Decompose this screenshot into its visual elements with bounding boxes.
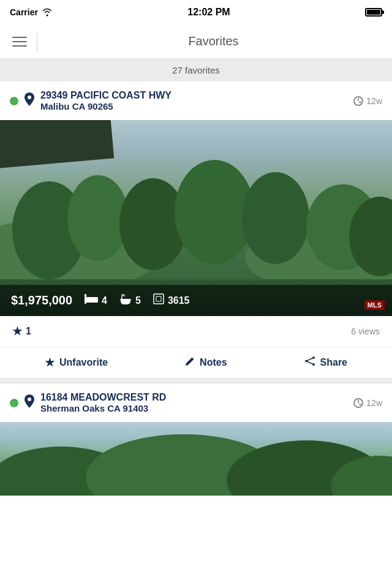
app-header: Favorites: [0, 24, 392, 59]
svg-point-0: [28, 96, 31, 99]
svg-rect-16: [120, 299, 131, 300]
location-pin-icon-2: [24, 394, 34, 411]
favorites-count-label: 27 favorites: [172, 65, 220, 75]
clock-icon-2: [353, 398, 363, 408]
bath-icon: [119, 293, 132, 307]
status-bar: Carrier 12:02 PM: [0, 0, 392, 24]
page-title: Favorites: [47, 34, 380, 48]
listing-price: $1,975,000: [11, 293, 72, 307]
menu-line-3: [12, 45, 27, 47]
status-dot-2: [10, 399, 18, 407]
listing-item-2: 16184 MEADOWCREST RD Sherman Oaks CA 914…: [0, 383, 392, 496]
listing-item: 29349 PACIFIC COAST HWY Malibu CA 90265 …: [0, 81, 392, 383]
views-count: 6 views: [351, 326, 380, 336]
wifi-icon: [42, 8, 53, 17]
action-buttons: ★ Unfavorite Notes Share: [0, 347, 392, 383]
price-overlay: $1,975,000 4: [0, 285, 392, 316]
clock-icon: [353, 96, 363, 106]
status-time: 12:02 PM: [187, 7, 230, 18]
menu-line-1: [12, 37, 27, 38]
trees-svg-2: [0, 434, 392, 496]
bed-icon: [85, 294, 98, 307]
battery-icon: [365, 8, 382, 17]
header-divider: [37, 32, 37, 51]
menu-button[interactable]: [12, 37, 27, 47]
beds-detail: 4: [85, 294, 107, 307]
baths-detail: 5: [119, 293, 141, 307]
share-button[interactable]: Share: [298, 356, 353, 369]
trees-svg: [0, 157, 392, 279]
listing-header-2[interactable]: 16184 MEADOWCREST RD Sherman Oaks CA 914…: [0, 383, 392, 422]
actions-row: ★ 1 6 views: [0, 316, 392, 347]
unfavorite-button[interactable]: ★ Unfavorite: [39, 356, 114, 369]
star-icon: ★: [12, 325, 22, 338]
sqft-count: 3615: [168, 295, 190, 306]
favorites-count-bar: 27 favorites: [0, 59, 392, 81]
listing-street: 29349 PACIFIC COAST HWY: [40, 90, 347, 101]
svg-point-24: [28, 398, 31, 401]
status-battery: [365, 8, 382, 17]
listing-address-2: 16184 MEADOWCREST RD Sherman Oaks CA 914…: [40, 392, 347, 413]
svg-point-17: [122, 295, 123, 296]
menu-line-2: [12, 41, 27, 42]
status-carrier-wifi: Carrier: [10, 7, 53, 17]
share-icon: [304, 356, 315, 369]
svg-rect-12: [85, 297, 98, 299]
star-number: 1: [26, 326, 31, 337]
time-ago-2: 12w: [366, 398, 382, 408]
listing-time-2: 12w: [353, 398, 382, 408]
svg-point-8: [242, 172, 309, 264]
mls-badge: MLS: [364, 300, 385, 310]
time-ago: 12w: [366, 96, 382, 106]
svg-rect-11: [85, 299, 98, 303]
pencil-icon: [185, 356, 195, 369]
sqft-icon: [153, 293, 164, 307]
carrier-label: Carrier: [10, 7, 38, 17]
listing-street-2: 16184 MEADOWCREST RD: [40, 392, 347, 403]
svg-rect-14: [87, 297, 91, 300]
property-image[interactable]: $1,975,000 4: [0, 120, 392, 316]
svg-rect-13: [85, 294, 86, 304]
notes-button[interactable]: Notes: [179, 356, 233, 369]
listing-city: Malibu CA 90265: [40, 101, 347, 111]
sqft-detail: 3615: [153, 293, 190, 307]
listing-header[interactable]: 29349 PACIFIC COAST HWY Malibu CA 90265 …: [0, 81, 392, 120]
listing-address: 29349 PACIFIC COAST HWY Malibu CA 90265: [40, 90, 347, 111]
beds-count: 4: [102, 295, 107, 306]
share-label: Share: [320, 357, 347, 368]
unfavorite-label: Unfavorite: [59, 357, 108, 368]
svg-rect-15: [92, 297, 96, 300]
location-pin-icon: [24, 92, 34, 109]
svg-point-5: [67, 175, 129, 261]
listing-image-2[interactable]: [0, 422, 392, 496]
svg-rect-18: [154, 294, 164, 304]
listing-time: 12w: [353, 96, 382, 106]
status-dot-active: [10, 97, 18, 105]
notes-label: Notes: [200, 357, 227, 368]
star-count: ★ 1: [12, 325, 351, 338]
listing-city-2: Sherman Oaks CA 91403: [40, 403, 347, 413]
svg-line-22: [306, 358, 314, 361]
unfavorite-star-icon: ★: [45, 356, 55, 369]
svg-line-23: [306, 361, 314, 364]
baths-count: 5: [135, 295, 141, 306]
